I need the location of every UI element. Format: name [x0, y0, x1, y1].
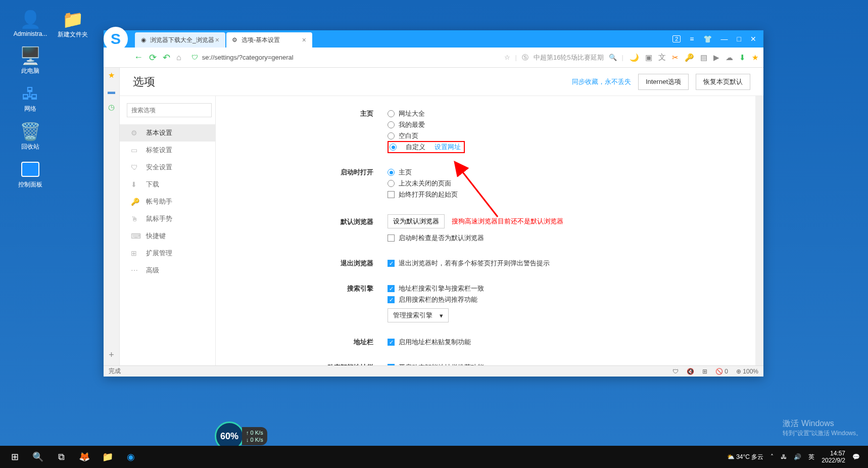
sync-link[interactable]: 同步收藏，永不丢失 — [572, 77, 631, 86]
address-bar: ← ⟳ ↶ ⌂ 🛡 se://settings/?category=genera… — [104, 48, 763, 68]
rail-reading-icon[interactable]: ▬ — [108, 87, 115, 96]
taskbar-sogou-icon[interactable]: ◉ — [119, 446, 142, 468]
scissor-icon[interactable]: ✂ — [672, 53, 679, 62]
internet-options-button[interactable]: Internet选项 — [638, 74, 689, 90]
status-mute-icon[interactable]: 🔇 — [687, 368, 694, 375]
start-button[interactable]: ⊞ — [3, 446, 26, 468]
window-count-badge[interactable]: 2 — [672, 35, 681, 42]
chk-check-default[interactable] — [388, 235, 395, 242]
tray-notifications-icon[interactable]: 💬 — [852, 453, 860, 460]
rail-history-icon[interactable]: ◷ — [108, 103, 115, 112]
tabs-icon: ▭ — [131, 146, 139, 154]
desktop-icon-thispc[interactable]: 🖥️此电脑 — [10, 45, 51, 75]
browser-window: S ◉ 浏览器下载大全_浏览器 × ⚙ 选项-基本设置 × 2 ≡ 👕 — □ … — [104, 30, 763, 377]
menu-icon[interactable]: ≡ — [690, 35, 694, 43]
reload-icon[interactable]: ⟳ — [149, 52, 157, 63]
cloud-icon[interactable]: ☁ — [726, 53, 733, 62]
restore-defaults-button[interactable]: 恢复本页默认 — [696, 74, 750, 90]
close-icon[interactable]: ✕ — [750, 35, 756, 43]
tab-close-icon[interactable]: × — [214, 36, 220, 44]
url-text: se://settings/?category=general — [202, 54, 294, 61]
desktop-icon-newfolder[interactable]: 📁新建文件夹 — [53, 9, 93, 39]
keyboard-icon: ⌨ — [131, 232, 139, 240]
weather-widget[interactable]: ⛅ 34°C 多云 — [727, 453, 764, 461]
chk-search-unified[interactable] — [388, 285, 395, 292]
radio-favorites[interactable] — [388, 121, 395, 128]
set-url-link[interactable]: 设置网址 — [435, 143, 461, 152]
rail-add-icon[interactable]: + — [109, 350, 114, 360]
taskview-icon[interactable]: ⧉ — [50, 446, 73, 468]
tab-downloads[interactable]: ◉ 浏览器下载大全_浏览器 × — [135, 32, 225, 48]
desktop-icon-admin[interactable]: 👤Administra... — [10, 9, 51, 37]
scrollbar[interactable] — [755, 96, 763, 365]
chk-always-startpage[interactable] — [388, 191, 395, 198]
note-icon[interactable]: ▤ — [700, 53, 707, 62]
taskbar-search-icon[interactable]: 🔍 — [26, 446, 50, 468]
windows-watermark: 激活 Windows 转到"设置"以激活 Windows。 — [783, 418, 862, 438]
desktop: 👤Administra... 📁新建文件夹 🖥️此电脑 🖧网络 🗑️回收站 控制… — [0, 0, 101, 197]
key-icon[interactable]: 🔑 — [685, 53, 694, 62]
maximize-icon[interactable]: □ — [737, 35, 741, 43]
tray-volume-icon[interactable]: 🔊 — [794, 453, 801, 460]
search-hint[interactable]: 中超第16轮5场比赛延期 — [534, 53, 604, 62]
status-bar: 完成 🛡 🔇 ⊞ 🚫 0 ⊕ 100% — [104, 365, 763, 377]
back-icon[interactable]: ← — [134, 52, 143, 63]
download-icon[interactable]: ⬇ — [739, 53, 746, 62]
settings-panel: 主页 网址大全 我的最爱 空白页 自定义 设置网址 — [216, 96, 755, 365]
home-icon[interactable]: ⌂ — [176, 53, 181, 62]
set-default-button[interactable]: 设为默认浏览器 — [388, 214, 445, 228]
section-homepage-label: 主页 — [216, 108, 388, 153]
skin-icon[interactable]: 👕 — [703, 35, 712, 43]
sidebar-item-security[interactable]: 🛡安全设置 — [120, 159, 215, 176]
sidebar-item-basic[interactable]: ⚙基本设置 — [120, 124, 215, 142]
desktop-icon-controlpanel[interactable]: 控制面板 — [10, 159, 51, 189]
chrome-icon: ◉ — [140, 36, 147, 43]
tab-settings[interactable]: ⚙ 选项-基本设置 × — [226, 32, 312, 48]
taskbar-firefox-icon[interactable]: 🦊 — [73, 446, 96, 468]
radio-site-nav[interactable] — [388, 110, 395, 117]
section-addressbar-label: 地址栏 — [216, 337, 388, 348]
translate-icon[interactable]: 文 — [658, 53, 666, 62]
minimize-icon[interactable]: — — [721, 35, 728, 43]
moon-icon[interactable]: 🌙 — [630, 53, 639, 62]
rail-favorites-icon[interactable]: ★ — [108, 71, 115, 80]
desktop-icon-network[interactable]: 🖧网络 — [10, 83, 51, 113]
sidebar-item-extensions[interactable]: ⊞扩展管理 — [120, 245, 215, 262]
taskbar: ⊞ 🔍 ⧉ 🦊 📁 ◉ ⛅ 34°C 多云 ˄ 🖧 🔊 英 14:57 2022… — [0, 446, 868, 468]
chk-addressbar-paste[interactable] — [388, 339, 395, 346]
radio-blank[interactable] — [388, 132, 395, 139]
taskbar-clock[interactable]: 14:57 2022/9/2 — [822, 450, 845, 464]
puzzle-icon: ⊞ — [131, 249, 139, 257]
tray-network-icon[interactable]: 🖧 — [781, 453, 787, 460]
search-icon[interactable]: 🔍 — [609, 54, 617, 61]
status-grid-icon[interactable]: ⊞ — [702, 368, 707, 375]
desktop-icon-recyclebin[interactable]: 🗑️回收站 — [10, 121, 51, 151]
url-input[interactable]: 🛡 se://settings/?category=general — [187, 51, 498, 65]
radio-custom[interactable] — [390, 144, 397, 151]
radio-startup-home[interactable] — [388, 169, 395, 176]
manage-search-button[interactable]: 管理搜索引擎▾ — [388, 308, 449, 322]
tray-ime[interactable]: 英 — [808, 453, 814, 461]
radio-startup-last[interactable] — [388, 180, 395, 187]
sidebar-item-gesture[interactable]: 🖱鼠标手势 — [120, 210, 215, 227]
tab-close-icon[interactable]: × — [301, 36, 307, 44]
video-icon[interactable]: ▶ — [713, 53, 719, 62]
window-icon[interactable]: ▣ — [645, 53, 652, 62]
sidebar-item-account[interactable]: 🔑帐号助手 — [120, 193, 215, 210]
search-input[interactable] — [127, 103, 212, 117]
gear-icon: ⚙ — [131, 129, 139, 137]
status-shield-icon[interactable]: 🛡 — [672, 368, 679, 375]
sidebar-item-advanced[interactable]: ⋯高级 — [120, 262, 215, 279]
chk-exit-warn[interactable] — [388, 260, 395, 267]
taskbar-explorer-icon[interactable]: 📁 — [96, 446, 119, 468]
bookmark-star-icon[interactable]: ☆ — [504, 54, 510, 61]
chk-search-hotwords[interactable] — [388, 296, 395, 303]
sidebar-item-tabs[interactable]: ▭标签设置 — [120, 142, 215, 159]
undo-icon[interactable]: ↶ — [163, 52, 170, 63]
sogou-logo-icon[interactable]: S — [104, 27, 128, 51]
sidebar-item-shortcut[interactable]: ⌨快捷键 — [120, 227, 215, 245]
status-zoom[interactable]: ⊕ 100% — [736, 368, 758, 375]
tray-chevron-icon[interactable]: ˄ — [770, 453, 774, 460]
favorite-icon[interactable]: ★ — [752, 53, 758, 62]
sidebar-item-download[interactable]: ⬇下载 — [120, 176, 215, 193]
